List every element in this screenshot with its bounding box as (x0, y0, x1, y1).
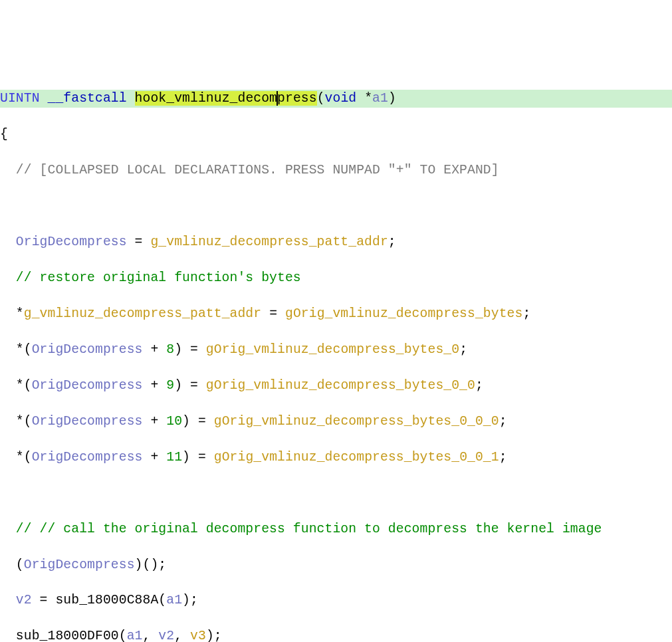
calling-convention: __fastcall (48, 91, 127, 106)
param-name: a1 (372, 91, 388, 106)
code-line: v2 = sub_18000C88A(a1); (0, 591, 672, 609)
code-line: *(OrigDecompress + 11) = gOrig_vmlinuz_d… (0, 449, 672, 467)
param-type: void (325, 91, 357, 106)
code-line: *(OrigDecompress + 10) = gOrig_vmlinuz_d… (0, 413, 672, 431)
code-line: *(OrigDecompress + 9) = gOrig_vmlinuz_de… (0, 377, 672, 395)
comment-line: // restore original function's bytes (0, 269, 672, 287)
code-line: *(OrigDecompress + 8) = gOrig_vmlinuz_de… (0, 341, 672, 359)
brace-open: { (0, 126, 672, 144)
comment-line: // // call the original decompress funct… (0, 520, 672, 538)
code-line: OrigDecompress = g_vmlinuz_decompress_pa… (0, 233, 672, 251)
function-name-highlight: hook_vmlinuz_decompress (135, 91, 317, 106)
function-signature: UINTN __fastcall hook_vmlinuz_decompress… (0, 90, 672, 108)
return-type: UINTN (0, 91, 40, 106)
code-line: *g_vmlinuz_decompress_patt_addr = gOrig_… (0, 305, 672, 323)
code-line: (OrigDecompress)(); (0, 556, 672, 574)
code-line: sub_18000DF00(a1, v2, v3); (0, 627, 672, 642)
collapsed-decls[interactable]: // [COLLAPSED LOCAL DECLARATIONS. PRESS … (0, 161, 672, 179)
